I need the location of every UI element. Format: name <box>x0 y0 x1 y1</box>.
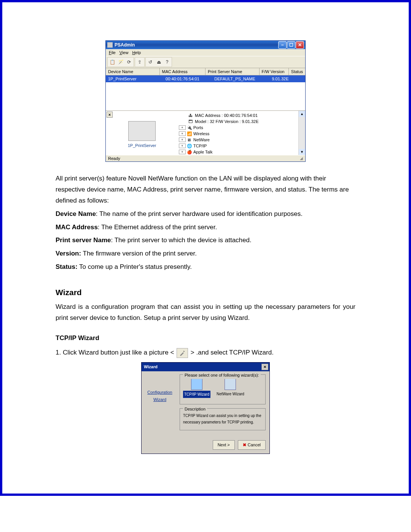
toolbar: 📋 🪄 ⟳ ⇪ ↺ ⏏ ? <box>106 56 305 68</box>
def-version: Version: The firmware version of the pri… <box>56 248 355 259</box>
cell-status <box>301 75 305 82</box>
step1-post: > .and select TCP/IP Wizard. <box>191 349 274 356</box>
expand-icon[interactable]: + <box>179 131 186 136</box>
tree-tcpip[interactable]: TCP/IP <box>193 144 207 148</box>
status-text: Ready <box>108 156 120 161</box>
wizard-wand-icon <box>177 348 188 358</box>
app-icon <box>107 42 113 48</box>
wizard-screenshot: Wizard ✕ Configuration Wizard Please sel… <box>56 362 355 454</box>
psadmin-window: PSAdmin − ☐ ✕ File View Help 📋 <box>105 40 306 162</box>
cancel-x-icon: ✖ <box>243 441 246 449</box>
col-ps-name[interactable]: Print Server Name <box>206 68 260 75</box>
tcpip-wizard-option[interactable]: TCP/IP Wizard <box>183 379 210 398</box>
toolbar-wizard-icon[interactable]: 🪄 <box>116 58 125 66</box>
wizard-titlebar: Wizard ✕ <box>142 363 269 371</box>
appletalk-icon: 🍎 <box>187 150 192 154</box>
def-status: Status: To come up a Printer's status pr… <box>56 262 355 273</box>
def-status-text: To come up a Printer's status presently. <box>78 263 192 270</box>
col-fw-version[interactable]: F/W Version <box>260 68 289 75</box>
ports-icon: 🔌 <box>187 125 192 130</box>
device-list: 1P_PrintServer 00:40:01:76:54:01 DEFAULT… <box>106 75 305 110</box>
configuration-wizard-link[interactable]: Configuration Wizard <box>142 389 178 403</box>
printer-icon <box>128 121 156 141</box>
tree-model: Model : 32 F/W Version : 9.01.32E <box>195 119 259 124</box>
toolbar-reboot-icon[interactable]: ⏏ <box>155 58 163 66</box>
wireless-icon: 📶 <box>187 131 192 136</box>
description-group: Description TCP/IP Wizard can assist you… <box>180 408 266 430</box>
cell-ps-name: DEFAULT_PS_NAME <box>212 75 269 82</box>
network-icon: 🖧 <box>188 113 194 118</box>
col-device-name[interactable]: Device Name <box>106 68 160 75</box>
def-psname-label: Print server Name <box>56 236 111 244</box>
toolbar-help-icon[interactable]: ? <box>163 58 171 66</box>
expand-icon[interactable]: + <box>179 150 186 154</box>
tree-wireless[interactable]: Wireless <box>193 131 209 136</box>
globe-icon <box>191 379 202 390</box>
expand-icon[interactable]: + <box>179 144 186 148</box>
tree-appletalk[interactable]: Apple Talk <box>193 150 213 154</box>
scroll-up-icon[interactable]: ▲ <box>299 111 305 117</box>
toolbar-properties-icon[interactable]: 📋 <box>108 58 116 66</box>
detail-tree: 🖧MAC Address : 00:40:01:76:54:01 🗔Model … <box>178 111 298 155</box>
cell-device-name: 1P_PrintServer <box>106 75 163 82</box>
tree-ports[interactable]: Ports <box>193 125 203 130</box>
statusbar: Ready ◢ <box>106 155 305 161</box>
step1-pre: 1. Click Wizard button just like a pictu… <box>56 349 174 356</box>
def-device-label: Device Name <box>56 210 96 217</box>
def-mac: MAC Address: The Ethernet address of the… <box>56 222 355 233</box>
toolbar-reset-icon[interactable]: ↺ <box>146 58 155 66</box>
cancel-button[interactable]: ✖Cancel <box>238 440 266 450</box>
select-wizard-group: Please select one of following wizard(s)… <box>180 374 266 404</box>
heading-tcpip-wizard: TCP/IP Wizard <box>56 333 355 344</box>
def-mac-label: MAC Address <box>56 224 98 231</box>
expand-icon[interactable]: + <box>179 125 186 130</box>
tcpip-icon: 🌐 <box>187 144 192 148</box>
wizard-button-bar: Next > ✖Cancel <box>142 438 269 454</box>
table-row[interactable]: 1P_PrintServer 00:40:01:76:54:01 DEFAULT… <box>106 75 305 82</box>
cell-fw: 9.01.32E <box>269 75 301 82</box>
minimize-button[interactable]: − <box>278 41 287 49</box>
close-button[interactable]: ✕ <box>296 41 304 49</box>
def-status-label: Status: <box>56 263 78 270</box>
scroll-down-icon[interactable]: ▼ <box>299 149 305 155</box>
menu-file[interactable]: File <box>109 50 116 55</box>
wizard-close-button[interactable]: ✕ <box>261 364 268 370</box>
def-mac-text: : The Ethernet address of the print serv… <box>98 224 217 231</box>
col-mac-address[interactable]: MAC Address <box>160 68 206 75</box>
description-legend: Description <box>183 406 207 413</box>
wizard-dialog: Wizard ✕ Configuration Wizard Please sel… <box>141 362 270 454</box>
document-body: All print server(s) feature Novell NetWa… <box>56 173 355 454</box>
list-header: Device Name MAC Address Print Server Nam… <box>106 68 305 75</box>
heading-wizard: Wizard <box>56 286 355 299</box>
intro-paragraph: All print server(s) feature Novell NetWa… <box>56 173 355 206</box>
def-version-text: The firmware version of the print server… <box>81 250 197 257</box>
netware-wizard-option[interactable]: NetWare Wizard <box>217 379 244 397</box>
titlebar: PSAdmin − ☐ ✕ <box>106 41 305 49</box>
def-device-text: : The name of the print server hardware … <box>96 210 303 217</box>
close-pane-icon[interactable]: × <box>107 112 113 118</box>
toolbar-upgrade-icon[interactable]: ⇪ <box>135 58 144 66</box>
expand-icon[interactable]: + <box>179 137 186 142</box>
window-controls: − ☐ ✕ <box>278 41 304 49</box>
tree-netware[interactable]: NetWare <box>193 137 210 142</box>
netware-wizard-label: NetWare Wizard <box>217 391 244 397</box>
psadmin-screenshot: PSAdmin − ☐ ✕ File View Help 📋 <box>21 40 390 162</box>
description-text: TCP/IP Wizard can assist you in setting … <box>183 412 262 425</box>
model-icon: 🗔 <box>188 119 194 124</box>
wizard-title: Wizard <box>144 363 158 371</box>
col-status[interactable]: Status <box>289 68 305 75</box>
next-button[interactable]: Next > <box>213 440 235 450</box>
menu-view[interactable]: View <box>119 50 129 55</box>
detail-caption: 1P_PrintServer <box>128 143 156 150</box>
vertical-scrollbar[interactable]: ▲ ▼ <box>298 111 305 155</box>
def-device: Device Name: The name of the print serve… <box>56 209 355 220</box>
def-psname: Print server Name: The print server to w… <box>56 235 355 246</box>
detail-pane: × 1P_PrintServer 🖧MAC Address : 00:40:01… <box>106 111 305 155</box>
select-wizard-legend: Please select one of following wizard(s)… <box>183 372 261 379</box>
menu-help[interactable]: Help <box>132 50 141 55</box>
toolbar-refresh-icon[interactable]: ⟳ <box>125 58 133 66</box>
resize-grip-icon[interactable]: ◢ <box>300 156 303 161</box>
maximize-button[interactable]: ☐ <box>287 41 295 49</box>
window-title: PSAdmin <box>115 42 135 48</box>
cell-mac: 00:40:01:76:54:01 <box>163 75 212 82</box>
